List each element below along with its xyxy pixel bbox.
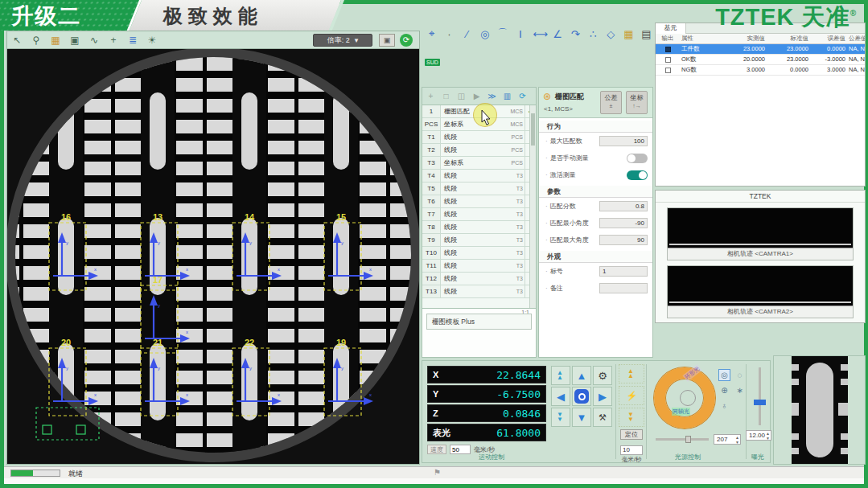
measured-cell: 3.0000 xyxy=(725,65,768,75)
element-row[interactable]: T4线段T3 xyxy=(422,170,536,182)
scatter-icon[interactable]: ∴ xyxy=(588,28,599,40)
speed-input[interactable] xyxy=(450,445,471,454)
light-value-spinner[interactable]: 207▲▼ xyxy=(714,434,741,445)
tolerance-button[interactable]: 公差± xyxy=(600,91,622,114)
coord-system-icon[interactable]: ⌖ xyxy=(426,27,437,40)
image-icon[interactable]: ▦ xyxy=(49,35,62,46)
slider-handle[interactable] xyxy=(685,436,691,443)
chart-icon[interactable]: ∿ xyxy=(88,35,101,46)
eraser-icon[interactable]: ◇ xyxy=(606,28,616,40)
output-checkbox[interactable] xyxy=(665,68,671,73)
coordinate-button[interactable]: 坐标↑→ xyxy=(626,91,648,114)
lamp-icon[interactable]: ☀ xyxy=(146,35,158,46)
table-row[interactable]: 工件数23.000023.00000.0000NA, NA xyxy=(656,44,865,55)
jog-up-button[interactable]: ▲ xyxy=(572,366,591,385)
jog-right-button[interactable]: ▶ xyxy=(593,387,612,406)
camera-trajectory-1[interactable]: 相机轨迹 <CAMTRA1> xyxy=(667,207,854,260)
quad-light-icon[interactable]: ⊕ xyxy=(718,384,730,396)
element-row[interactable]: T3坐标系PCS xyxy=(422,157,536,170)
stats-icon[interactable]: ▥ xyxy=(502,92,512,100)
ring-light-icon[interactable]: ◎ xyxy=(718,369,730,381)
width-icon[interactable]: ⟷ xyxy=(533,28,545,40)
spinner-arrows-icon[interactable]: ▲▼ xyxy=(766,431,770,441)
bulb-light-icon[interactable]: ♁ xyxy=(718,400,730,412)
run-icon[interactable]: ▶ xyxy=(471,92,482,100)
element-row[interactable]: T13线段T3 xyxy=(422,285,536,298)
output-checkbox[interactable] xyxy=(665,57,671,63)
element-row[interactable]: T9线段T3 xyxy=(422,234,536,247)
cursor-icon[interactable]: ↖ xyxy=(10,35,23,46)
refresh-icon[interactable]: ⟳ xyxy=(517,92,528,100)
distance-icon[interactable]: Ⅰ xyxy=(515,28,525,40)
spinner-arrows-icon[interactable]: ▲▼ xyxy=(735,435,739,445)
arc-icon[interactable]: ⌒ xyxy=(497,27,508,41)
exposure-spinner[interactable]: 12.00▲▼ xyxy=(746,430,771,441)
element-row[interactable]: T8线段T3 xyxy=(422,221,536,234)
field-input[interactable]: 1 xyxy=(599,266,648,277)
jog-left-button[interactable]: ◀ xyxy=(551,387,570,406)
z-double-down-button[interactable]: ▼▼ xyxy=(619,408,644,427)
element-row[interactable]: T10线段T3 xyxy=(422,247,536,260)
field-input[interactable]: -90 xyxy=(599,218,648,228)
open-icon[interactable]: □ xyxy=(441,92,451,100)
table-row[interactable]: OK数20.000023.0000-3.0000NA, NA xyxy=(656,55,865,65)
angle-icon[interactable]: ∠ xyxy=(552,28,562,40)
locate-step-input[interactable] xyxy=(620,445,643,455)
exposure-slider[interactable] xyxy=(759,367,761,425)
tab-primitives[interactable]: 基元 xyxy=(656,23,686,34)
svg-text:x: x xyxy=(186,392,188,397)
zoom-icon[interactable]: ⚲ xyxy=(30,35,43,46)
element-row[interactable]: T5线段T3 xyxy=(422,182,536,195)
gauge-icon[interactable]: ≣ xyxy=(126,35,139,46)
camera-image[interactable]: 16xy20xy13xy17xy21xy14xy22xy15xy19xy xyxy=(7,49,419,464)
camera-trajectory-2[interactable]: 相机轨迹 <CAMTRA2> xyxy=(667,265,854,318)
jog-down-button[interactable]: ▼ xyxy=(572,408,591,427)
field-input[interactable]: 90 xyxy=(599,235,648,245)
list-scrollbar[interactable] xyxy=(529,105,536,308)
element-row[interactable]: T1线段PCS xyxy=(422,131,536,144)
field-input[interactable]: 0.8 xyxy=(599,201,648,211)
palette-icon[interactable]: ▦ xyxy=(623,28,634,40)
table-row[interactable]: NG数3.00000.00003.0000NA, NA xyxy=(656,65,865,76)
flat-light-icon[interactable]: ◌ xyxy=(734,369,746,381)
point-icon[interactable]: ∙ xyxy=(444,28,455,40)
crosshair-icon[interactable]: + xyxy=(107,35,120,46)
element-row[interactable]: T11线段T3 xyxy=(422,260,536,273)
part-template-image xyxy=(774,356,865,464)
field-input[interactable] xyxy=(599,283,648,293)
calculator-icon[interactable]: ▤ xyxy=(641,28,652,40)
element-row[interactable]: T7线段T3 xyxy=(422,208,536,221)
locate-button[interactable]: 定位 xyxy=(620,429,643,440)
field-input[interactable]: 100 xyxy=(599,136,648,146)
element-row[interactable]: T12线段T3 xyxy=(422,273,536,285)
line-icon[interactable]: ∕ xyxy=(462,28,472,40)
light-intensity-slider[interactable] xyxy=(656,438,709,441)
element-row[interactable]: T6线段T3 xyxy=(422,195,536,208)
jog-gear-button[interactable]: ⚙ xyxy=(593,366,612,385)
save-icon[interactable]: ◫ xyxy=(456,92,467,100)
z-double-up-button[interactable]: ▲▲ xyxy=(619,364,644,383)
step-icon[interactable]: ≫ xyxy=(487,92,497,100)
snapshot-button[interactable]: ▣ xyxy=(379,34,395,47)
camera-icon[interactable]: ▣ xyxy=(68,35,81,46)
svg-text:y: y xyxy=(158,366,160,371)
toggle-switch[interactable] xyxy=(627,154,648,163)
jog-dbl-up-button[interactable]: ▲▲ xyxy=(551,366,570,385)
circle-icon[interactable]: ◎ xyxy=(479,28,490,40)
element-row[interactable]: T2线段PCS xyxy=(422,144,536,157)
jog-jog-button[interactable]: ⚒ xyxy=(593,408,612,427)
element-ref: MCS xyxy=(505,118,525,130)
output-checkbox[interactable] xyxy=(665,47,671,52)
jog-stop-button[interactable] xyxy=(572,387,591,406)
add-element-icon[interactable]: + xyxy=(426,92,436,100)
toggle-switch[interactable] xyxy=(627,170,648,180)
z-focus-button[interactable]: ⚡ xyxy=(619,386,644,405)
magnification-dropdown[interactable]: 倍率: 2▾ xyxy=(313,34,372,47)
grid-template-item[interactable]: 栅图模板 Plus xyxy=(426,314,532,330)
jog-dbl-down-button[interactable]: ▼▼ xyxy=(551,408,570,427)
curve-icon[interactable]: ↷ xyxy=(570,28,581,40)
refresh-view-button[interactable]: ⟳ xyxy=(400,34,413,47)
segment-light-icon[interactable]: ∗ xyxy=(734,384,746,396)
exposure-handle[interactable] xyxy=(754,400,766,405)
svg-text:y: y xyxy=(66,240,68,245)
